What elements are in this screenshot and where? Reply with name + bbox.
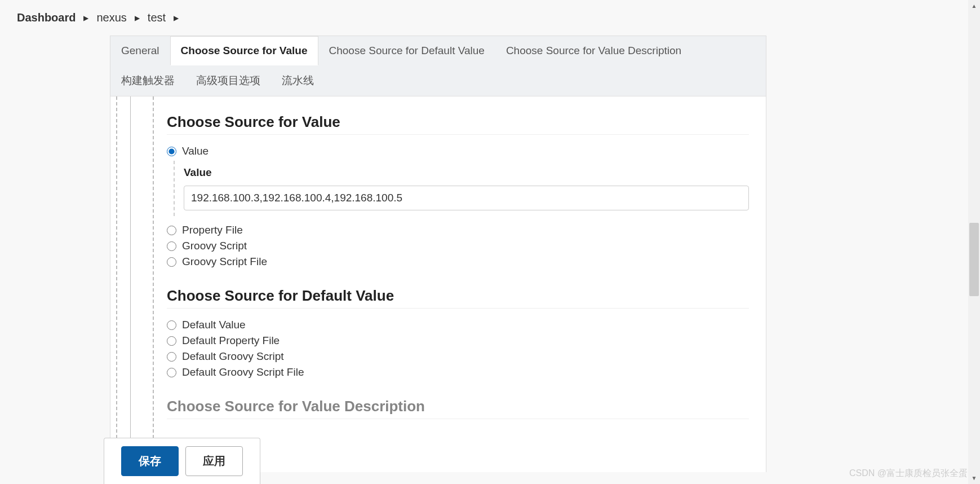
radio-groovy-script[interactable]: Groovy Script [167,240,749,252]
footer-actions: 保存 应用 [104,438,260,484]
breadcrumb-nexus[interactable]: nexus [96,11,126,24]
drag-handle-inner[interactable] [153,96,154,472]
radio-groovy-script-file-label: Groovy Script File [182,256,267,268]
section-source-value: Choose Source for Value Value Value Prop… [167,113,749,268]
section-source-description: Choose Source for Value Description [167,398,749,419]
radio-groovy-script-input[interactable] [167,241,176,251]
tab-general[interactable]: General [110,36,170,65]
radio-groovy-script-label: Groovy Script [182,240,247,252]
tab-advanced-options[interactable]: 高级项目选项 [185,65,271,96]
radio-default-groovy-script-file-input[interactable] [167,368,176,377]
radio-groovy-script-file-input[interactable] [167,257,176,267]
scroll-up-icon[interactable]: ▲ [968,0,980,12]
tab-pipeline[interactable]: 流水线 [271,65,325,96]
scrollbar-thumb[interactable] [969,223,979,296]
value-field-label: Value [184,166,749,179]
radio-default-groovy-script-file-label: Default Groovy Script File [182,366,304,379]
radio-default-groovy-script-label: Default Groovy Script [182,350,284,363]
radio-property-file[interactable]: Property File [167,224,749,236]
radio-property-file-label: Property File [182,224,243,236]
tab-choose-source-default[interactable]: Choose Source for Default Value [318,36,495,65]
radio-default-groovy-script-input[interactable] [167,352,176,362]
apply-button[interactable]: 应用 [185,446,243,476]
radio-property-file-input[interactable] [167,226,176,235]
save-button[interactable]: 保存 [121,446,179,476]
chevron-right-icon: ▶ [83,14,88,22]
radio-default-groovy-script-file[interactable]: Default Groovy Script File [167,366,749,379]
radio-default-property-file-input[interactable] [167,336,176,346]
section-title-source-default: Choose Source for Default Value [167,287,749,305]
section-title-source-value: Choose Source for Value [167,113,749,131]
main-panel: General Choose Source for Value Choose S… [110,36,766,472]
content-area: Choose Source for Value Value Value Prop… [110,96,766,472]
radio-groovy-script-file[interactable]: Groovy Script File [167,256,749,268]
breadcrumb: Dashboard ▶ nexus ▶ test ▶ [0,0,980,36]
value-subpanel: Value [174,161,749,216]
radio-value-label: Value [182,145,209,157]
radio-default-property-file[interactable]: Default Property File [167,335,749,347]
radio-default-groovy-script[interactable]: Default Groovy Script [167,350,749,363]
section-title-source-description: Choose Source for Value Description [167,398,749,415]
tab-bar: General Choose Source for Value Choose S… [110,36,766,96]
scrollbar-track[interactable]: ▲ ▼ [968,0,980,484]
tab-choose-source-value[interactable]: Choose Source for Value [170,36,318,65]
section-divider [167,419,749,419]
radio-default-value-input[interactable] [167,320,176,330]
drag-handle-mid[interactable] [130,96,131,472]
chevron-right-icon: ▶ [135,14,140,22]
scroll-down-icon[interactable]: ▼ [968,472,980,484]
radio-value[interactable]: Value [167,145,749,157]
watermark: CSDN @富士康质检员张全蛋 [849,468,968,479]
tab-build-triggers[interactable]: 构建触发器 [110,65,185,96]
radio-default-value-label: Default Value [182,319,246,331]
breadcrumb-test[interactable]: test [148,11,166,24]
radio-default-property-file-label: Default Property File [182,335,280,347]
breadcrumb-dashboard[interactable]: Dashboard [17,11,76,24]
section-divider [167,134,749,135]
radio-value-input[interactable] [167,147,176,156]
chevron-right-icon: ▶ [174,14,179,22]
value-input[interactable] [184,186,749,210]
section-divider [167,308,749,309]
section-source-default: Choose Source for Default Value Default … [167,287,749,379]
tab-choose-source-description[interactable]: Choose Source for Value Description [495,36,692,65]
drag-handle-outer[interactable] [116,96,117,472]
radio-default-value[interactable]: Default Value [167,319,749,331]
